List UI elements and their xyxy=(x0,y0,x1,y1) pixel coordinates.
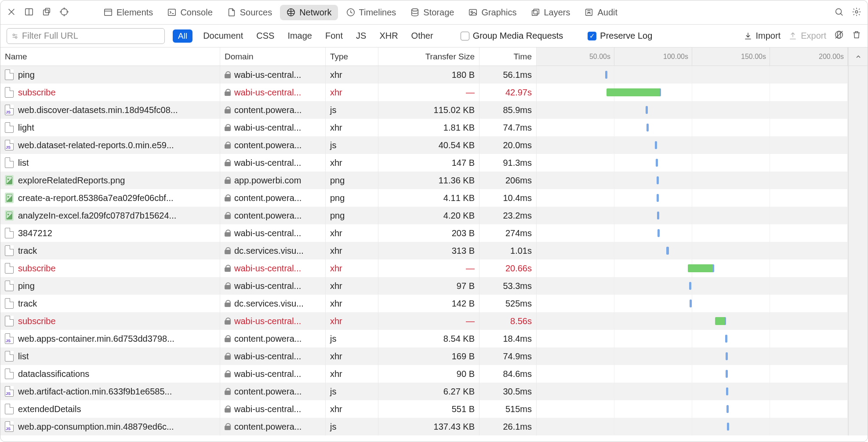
table-row[interactable]: web.discover-datasets.min.18d945fc08...c… xyxy=(0,101,868,119)
svg-rect-3 xyxy=(45,8,50,12)
request-time: 10.4ms xyxy=(479,189,537,207)
table-row[interactable]: web.dataset-related-reports.0.min.e59...… xyxy=(0,136,868,154)
image-file-icon xyxy=(5,210,14,221)
tab-elements[interactable]: Elements xyxy=(97,5,159,20)
table-row[interactable]: web.artifact-action.min.633f9b1e6585...c… xyxy=(0,383,868,400)
row-spacer xyxy=(848,347,868,365)
tab-label: Layers xyxy=(544,7,570,18)
svg-point-24 xyxy=(13,34,15,36)
popout-icon[interactable] xyxy=(42,7,51,18)
tab-audit[interactable]: Audit xyxy=(578,5,624,20)
waterfall-bar xyxy=(657,212,659,219)
filter-css[interactable]: CSS xyxy=(254,29,277,43)
request-time: 74.7ms xyxy=(479,119,537,136)
request-domain: content.powera... xyxy=(234,193,301,203)
export-button[interactable]: Export xyxy=(788,31,826,41)
svg-rect-16 xyxy=(469,10,477,15)
waterfall-bar xyxy=(690,300,692,307)
table-row[interactable]: pingwabi-us-central...xhr97 B53.3ms xyxy=(0,277,868,295)
target-icon[interactable] xyxy=(59,7,69,18)
table-row[interactable]: lightwabi-us-central...xhr1.81 KB74.7ms xyxy=(0,119,868,136)
waterfall-cell xyxy=(537,418,848,435)
filter-xhr[interactable]: XHR xyxy=(377,29,400,43)
filter-url-input[interactable]: Filter Full URL xyxy=(7,28,165,44)
search-icon[interactable] xyxy=(834,7,844,18)
request-time: 85.9ms xyxy=(479,101,537,119)
row-spacer xyxy=(848,189,868,207)
filter-font[interactable]: Font xyxy=(323,29,345,43)
request-type: js xyxy=(326,101,378,119)
group-media-checkbox[interactable]: Group Media Requests xyxy=(461,31,563,41)
document-file-icon xyxy=(5,351,14,362)
tab-label: Elements xyxy=(116,7,153,18)
table-row[interactable]: subscribewabi-us-central...xhr—42.97s xyxy=(0,84,868,101)
tab-console[interactable]: Console xyxy=(161,5,218,20)
js-file-icon xyxy=(5,421,14,432)
column-type[interactable]: Type xyxy=(326,47,378,66)
column-time[interactable]: Time xyxy=(479,47,537,66)
disable-cache-icon[interactable] xyxy=(834,30,844,42)
request-name: dataclassifications xyxy=(18,369,89,379)
document-file-icon xyxy=(5,369,14,379)
trash-icon[interactable] xyxy=(852,30,861,42)
table-row[interactable]: listwabi-us-central...xhr169 B74.9ms xyxy=(0,347,868,365)
table-row[interactable]: subscribewabi-us-central...xhr—20.66s xyxy=(0,259,868,277)
column-waterfall[interactable]: 50.00s 100.00s 150.00s 200.00s xyxy=(537,47,848,66)
request-size: 142 B xyxy=(378,295,479,312)
column-domain[interactable]: Domain xyxy=(220,47,326,66)
request-name: list xyxy=(18,351,29,362)
waterfall-cell xyxy=(537,242,848,259)
table-row[interactable]: pingwabi-us-central...xhr180 B56.1ms xyxy=(0,66,868,84)
table-row[interactable]: trackdc.services.visu...xhr142 B525ms xyxy=(0,295,868,312)
table-row[interactable]: extendedDetailswabi-us-central...xhr551 … xyxy=(0,400,868,418)
close-icon[interactable] xyxy=(7,7,16,18)
table-row[interactable]: listwabi-us-central...xhr147 B91.3ms xyxy=(0,154,868,172)
request-type: xhr xyxy=(326,119,378,136)
request-domain: wabi-us-central... xyxy=(234,263,301,274)
tab-graphics[interactable]: Graphics xyxy=(462,5,523,20)
filter-document[interactable]: Document xyxy=(200,29,246,43)
row-spacer xyxy=(848,365,868,383)
table-row[interactable]: exploreRelatedReports.pngapp.powerbi.com… xyxy=(0,172,868,189)
filter-other[interactable]: Other xyxy=(409,29,436,43)
lock-icon xyxy=(225,124,231,131)
tab-layers[interactable]: Layers xyxy=(524,5,576,20)
table-row[interactable]: 3847212wabi-us-central...xhr203 B274ms xyxy=(0,224,868,242)
gear-icon[interactable] xyxy=(852,7,861,18)
row-spacer xyxy=(848,101,868,119)
waterfall-cell xyxy=(537,101,848,119)
waterfall-cell xyxy=(537,400,848,418)
request-domain: app.powerbi.com xyxy=(234,175,301,186)
preserve-log-checkbox[interactable]: Preserve Log xyxy=(588,31,652,41)
expand-columns-icon[interactable] xyxy=(848,47,868,66)
table-row[interactable]: web.app-consumption.min.48879ed6c...cont… xyxy=(0,418,868,435)
tab-sources[interactable]: Sources xyxy=(221,5,278,20)
lock-icon xyxy=(225,106,231,113)
svg-point-23 xyxy=(855,11,858,13)
import-button[interactable]: Import xyxy=(744,31,781,41)
filter-js[interactable]: JS xyxy=(353,29,369,43)
row-spacer xyxy=(848,224,868,242)
request-time: 74.9ms xyxy=(479,347,537,365)
tab-network[interactable]: Network xyxy=(280,5,338,20)
waterfall-cell xyxy=(537,207,848,224)
table-row[interactable]: create-a-report.85386a7ea029fe06cbf...co… xyxy=(0,189,868,207)
tab-storage[interactable]: Storage xyxy=(404,5,460,20)
filter-image[interactable]: Image xyxy=(285,29,315,43)
tab-timelines[interactable]: Timelines xyxy=(340,5,403,20)
request-type: xhr xyxy=(326,400,378,418)
table-row[interactable]: web.apps-container.min.6d753dd3798...con… xyxy=(0,330,868,347)
dock-side-icon[interactable] xyxy=(24,7,34,18)
request-time: 30.5ms xyxy=(479,383,537,400)
table-row[interactable]: analyzeIn-excel.fa209fc0787d7b15624...co… xyxy=(0,207,868,224)
filter-all[interactable]: All xyxy=(173,29,192,43)
table-row[interactable]: subscribewabi-us-central...xhr—8.56s xyxy=(0,312,868,330)
request-size: 90 B xyxy=(378,365,479,383)
document-file-icon xyxy=(5,228,14,238)
column-transfer-size[interactable]: Transfer Size xyxy=(378,47,479,66)
table-row[interactable]: dataclassificationswabi-us-central...xhr… xyxy=(0,365,868,383)
table-row[interactable]: trackdc.services.visu...xhr313 B1.01s xyxy=(0,242,868,259)
request-size: 169 B xyxy=(378,347,479,365)
column-name[interactable]: Name xyxy=(0,47,220,66)
request-name: 3847212 xyxy=(18,228,52,238)
